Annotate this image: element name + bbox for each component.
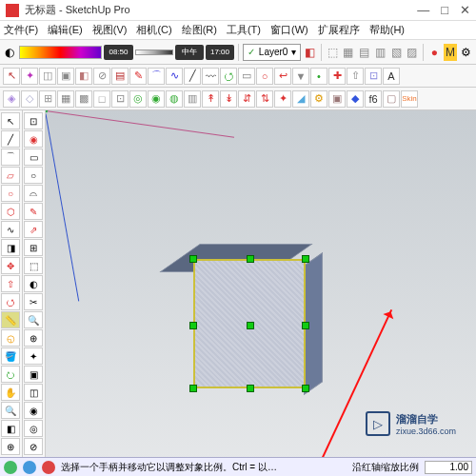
t2-b-icon[interactable]: ◉ (24, 130, 43, 148)
red2-icon[interactable]: ↡ (220, 90, 237, 108)
hide-icon[interactable]: ⊘ (93, 68, 110, 85)
top-view-icon[interactable]: ▦ (342, 44, 356, 61)
point-icon[interactable]: • (310, 68, 327, 85)
iso-icon[interactable]: ⬚ (326, 44, 340, 61)
t2-r-icon[interactable]: ◎ (24, 420, 43, 437)
line-tool-icon[interactable]: ╱ (1, 130, 20, 148)
shaded-icon[interactable]: ▦ (57, 90, 74, 108)
line-icon[interactable]: ╱ (184, 68, 201, 85)
vcb-input[interactable]: 1.00 (425, 461, 472, 474)
style1-icon[interactable]: ⊡ (111, 90, 129, 108)
status-geo-icon[interactable] (42, 461, 55, 474)
axis-icon[interactable]: ✚ (328, 68, 346, 85)
status-ok-icon[interactable] (4, 461, 17, 474)
extrude-icon[interactable]: ⇧ (347, 68, 364, 85)
pan-tool-icon[interactable]: ✋ (1, 384, 20, 401)
t2-a-icon[interactable]: ⊡ (24, 112, 43, 129)
t2-s-icon[interactable]: ⊘ (24, 438, 43, 455)
scale-handle[interactable] (189, 255, 197, 263)
t2-c-icon[interactable]: ▭ (24, 149, 43, 166)
cube1-icon[interactable]: ◫ (39, 68, 56, 85)
tape-tool-icon[interactable]: 📏 (1, 311, 20, 328)
circle2-icon[interactable]: ○ (256, 68, 273, 85)
rect-tool-icon[interactable]: ▱ (1, 167, 20, 184)
menu-help[interactable]: 帮助(H) (369, 23, 405, 37)
texture-icon[interactable]: ▩ (75, 90, 92, 108)
side-view-icon[interactable]: ▥ (373, 44, 387, 61)
red1-icon[interactable]: ↟ (202, 90, 219, 108)
date-slider[interactable] (19, 46, 103, 59)
f6-icon[interactable]: f6 (365, 90, 382, 108)
style2-icon[interactable]: ◎ (129, 90, 147, 108)
t2-p-icon[interactable]: ◫ (24, 384, 43, 401)
t2-q-icon[interactable]: ◉ (24, 402, 43, 419)
time-slider[interactable] (135, 50, 173, 55)
gear-icon[interactable]: ⚙ (459, 44, 473, 61)
menu-file[interactable]: 文件(F) (4, 23, 38, 37)
wand-icon[interactable]: ✦ (21, 68, 38, 85)
red4-icon[interactable]: ⇅ (256, 90, 273, 108)
cube-front-face[interactable] (193, 259, 306, 388)
t2-m-icon[interactable]: ⊕ (24, 329, 43, 347)
close-button[interactable]: ✕ (460, 3, 470, 17)
t2-i-icon[interactable]: ⬚ (24, 257, 43, 274)
circle-tool-icon[interactable]: ○ (1, 185, 20, 202)
style4-icon[interactable]: ◍ (166, 90, 183, 108)
t2-f-icon[interactable]: ✎ (24, 203, 43, 220)
curve-icon[interactable]: ∿ (166, 68, 183, 85)
scale-handle[interactable] (302, 255, 309, 263)
menu-ext[interactable]: 扩展程序 (318, 23, 360, 37)
section-icon[interactable]: ◧ (1, 420, 20, 437)
scale-handle[interactable] (247, 322, 254, 329)
extra1-icon[interactable]: ⊕ (1, 438, 20, 455)
t2-d-icon[interactable]: ○ (24, 167, 43, 184)
eraser-tool-icon[interactable]: ◨ (1, 239, 20, 256)
viewport[interactable]: ▷ 溜溜自学 zixue.3d66.com (46, 110, 476, 463)
time-end[interactable]: 17:00 (206, 45, 234, 60)
t2-e-icon[interactable]: ⌓ (24, 185, 43, 202)
solid2-icon[interactable]: ◇ (21, 90, 38, 108)
back-view-icon[interactable]: ▧ (389, 44, 404, 61)
scale-handle[interactable] (189, 385, 197, 392)
rotate-tool-icon[interactable]: ⭯ (1, 293, 20, 310)
select-icon[interactable]: ↖ (3, 68, 20, 85)
solid1-icon[interactable]: ◈ (3, 90, 20, 108)
skin-icon[interactable]: Skin (401, 90, 418, 108)
orbit-tool-icon[interactable]: ⭮ (1, 366, 20, 383)
move-tool-icon[interactable]: ✥ (1, 257, 20, 274)
comp-icon[interactable]: ▣ (328, 90, 346, 108)
stamp-icon[interactable]: ▼ (292, 68, 309, 85)
mat1-icon[interactable]: ▥ (184, 90, 201, 108)
menu-window[interactable]: 窗口(W) (270, 23, 308, 37)
eraser-icon[interactable]: ◧ (75, 68, 92, 85)
arc-tool-icon[interactable]: ⌒ (1, 149, 20, 166)
layer-manager-icon[interactable]: ◧ (303, 44, 317, 61)
t2-h-icon[interactable]: ⊞ (24, 239, 43, 256)
plane-icon[interactable]: ◢ (292, 90, 309, 108)
layer-dropdown[interactable]: ✓ Layer0 ▾ (243, 44, 302, 61)
shadow-toggle-icon[interactable]: ◐ (3, 44, 17, 61)
pushpull-tool-icon[interactable]: ⇧ (1, 275, 20, 292)
mono-icon[interactable]: □ (93, 90, 110, 108)
time-start[interactable]: 08:50 (104, 45, 132, 60)
ruby-icon[interactable]: ◆ (347, 90, 364, 108)
red3-icon[interactable]: ⇵ (238, 90, 255, 108)
arrow-icon[interactable]: ↩ (274, 68, 291, 85)
arc-icon[interactable]: ⌒ (148, 68, 165, 85)
menu-draw[interactable]: 绘图(R) (182, 23, 217, 37)
record-icon[interactable]: ● (427, 44, 442, 61)
t2-o-icon[interactable]: ▣ (24, 366, 43, 383)
bezier-icon[interactable]: 〰 (202, 68, 219, 85)
paint-icon[interactable]: ✎ (129, 68, 147, 85)
t2-j-icon[interactable]: ◐ (24, 275, 43, 292)
paint-tool-icon[interactable]: 🪣 (1, 347, 20, 365)
status-user-icon[interactable] (23, 461, 36, 474)
cube2-icon[interactable]: ▣ (57, 68, 74, 85)
red5-icon[interactable]: ✦ (274, 90, 291, 108)
t2-g-icon[interactable]: ⇗ (24, 221, 43, 238)
minimize-button[interactable]: — (417, 3, 429, 17)
gear2-icon[interactable]: ⚙ (310, 90, 327, 108)
style3-icon[interactable]: ◉ (148, 90, 165, 108)
arrow-tool-icon[interactable]: ↖ (1, 112, 20, 129)
wireframe-icon[interactable]: ⊞ (39, 90, 56, 108)
